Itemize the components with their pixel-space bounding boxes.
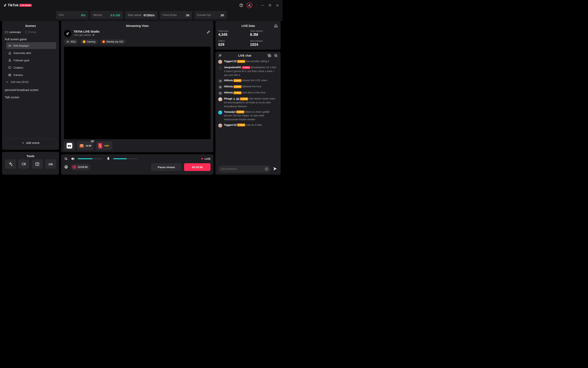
app-name: TikTok	[8, 3, 19, 7]
tool-camera-record[interactable]	[18, 159, 29, 169]
help-icon[interactable]	[239, 3, 243, 7]
live-stat: New follower1024	[250, 40, 278, 47]
chip-gaming[interactable]: + Gaming	[80, 39, 98, 44]
edit-stream-button[interactable]	[206, 30, 211, 34]
chat-avatar	[218, 66, 222, 70]
chat-username[interactable]: TomasIp3	[224, 110, 236, 113]
chat-text: Lets do it folks	[246, 124, 262, 126]
chat-input-field[interactable]	[221, 167, 265, 170]
chat-username[interactable]: Tagger118	[224, 60, 237, 63]
dell-display-icon	[8, 44, 11, 47]
scene-items: Dell Display2Subscribe alertFollower goa…	[6, 42, 56, 78]
stream-duration-button[interactable]: 00:34:55	[184, 163, 211, 171]
live-data-title: LIVE Data	[222, 24, 274, 28]
chat-avatar	[218, 110, 222, 115]
speaker-icon[interactable]	[71, 157, 75, 161]
scene-item-subscribe-alert[interactable]: Subscribe alert	[6, 49, 56, 56]
stat-label: CPU	[59, 14, 64, 17]
send-button[interactable]	[273, 166, 278, 171]
chip-viewers[interactable]: 452k	[64, 39, 78, 44]
speaker-slider[interactable]	[78, 158, 102, 159]
add-scene-button[interactable]: Add scene	[5, 139, 56, 147]
chat-username[interactable]: Tagger118	[224, 124, 237, 126]
camcorder-icon	[22, 162, 26, 166]
plus-badge-icon: +	[83, 40, 85, 43]
ticket-icon	[98, 143, 103, 149]
afk-badge: ✦ AFKE	[233, 91, 242, 94]
stat-value: 30	[221, 13, 224, 17]
chat-popout-icon[interactable]	[274, 54, 278, 57]
chat-message: Pihagii 🔒 🎁 ✦ AFKE Hah diesen Anker habe…	[218, 97, 278, 108]
chip-weekly-top[interactable]: Weekly top 100	[100, 39, 126, 44]
chat-message-list[interactable]: Tagger118 ✦ AFKE has actually calling it…	[215, 59, 280, 163]
chat-users-icon[interactable]	[218, 54, 222, 57]
tools-panel: Tools	[2, 152, 59, 175]
chat-username[interactable]: hilihula	[224, 79, 233, 82]
afk-badge: ✦ AFKE	[233, 79, 242, 82]
tab-landscape[interactable]: Landscape	[5, 31, 21, 34]
chat-input[interactable]	[218, 165, 271, 173]
video-preview[interactable]	[64, 47, 211, 139]
chat-username[interactable]: Pihagii	[224, 97, 232, 100]
live-stat-value: 1024	[250, 43, 278, 47]
emoji-icon[interactable]	[265, 167, 268, 171]
chat-message-body: hilihula ✦ AFKE shared the LIVE video	[224, 79, 267, 83]
minimize-button[interactable]	[261, 3, 265, 7]
profile-avatar[interactable]	[247, 2, 252, 8]
card-chest[interactable]: 14:59 12	[77, 141, 94, 150]
settings-button[interactable]	[64, 165, 68, 169]
sparkle-icon	[8, 162, 13, 166]
stat-value: 8%	[81, 13, 85, 17]
scene-item-chatbox[interactable]: Chatbox	[6, 64, 56, 71]
mic-slider[interactable]	[113, 158, 138, 159]
mic-icon[interactable]	[106, 157, 110, 161]
svg-point-42	[220, 86, 221, 87]
chat-message-body: TomasIp3 ✦ AFKE Wenn es Ihnen gefällt kö…	[224, 110, 278, 121]
fire-icon	[102, 40, 105, 43]
svg-point-26	[67, 41, 68, 42]
gamepad-icon	[66, 143, 72, 148]
verified-icon	[92, 34, 95, 36]
chat-message: TomasIp3 ✦ AFKE Wenn es Ihnen gefällt kö…	[218, 110, 278, 121]
chat-username[interactable]: hilihula	[224, 85, 233, 88]
chat-message: Jacqueline931 ✦ AFKG @rowdywrec for a fa…	[218, 65, 278, 77]
afk-badge: ✦ AFKG	[242, 66, 250, 69]
chat-message: Tagger118 ✦ AFKE Lets do it folks	[218, 123, 278, 128]
card-bonus[interactable]: +899	[96, 141, 112, 150]
scene-other-1[interactable]: personal broadcast screen	[5, 88, 56, 92]
tab-portrait[interactable]: Portrait	[25, 31, 37, 34]
scene-item-dell-display[interactable]: Dell Display2	[6, 42, 56, 49]
svg-point-11	[9, 75, 10, 76]
tool-game[interactable]	[45, 159, 56, 169]
chat-username[interactable]: Jacqueline931	[224, 66, 241, 69]
scene-group-title[interactable]: Full screen game	[5, 38, 56, 41]
chat-settings-icon[interactable]	[268, 54, 271, 57]
home-icon[interactable]	[274, 24, 278, 28]
mixer-settings-icon[interactable]	[64, 157, 68, 161]
pause-stream-button[interactable]: Pause stream	[151, 163, 182, 171]
scene-item-camera[interactable]: Camera	[6, 72, 56, 78]
afk-badge: ✦ AFKE	[233, 85, 242, 88]
tool-layouts[interactable]	[32, 159, 43, 169]
svg-point-8	[9, 59, 10, 61]
card-gamepad[interactable]	[64, 141, 75, 150]
svg-rect-41	[276, 55, 277, 57]
scene-other-2[interactable]: Talk screen	[5, 96, 56, 99]
live-stat: Gifters629	[218, 40, 246, 47]
scene-item-label: Follower goal	[13, 59, 29, 62]
gift-badge: 🎁	[236, 98, 239, 100]
orientation-tabs: Landscape Portrait	[5, 30, 56, 34]
chat-message-body: Jacqueline931 ✦ AFKG @rowdywrec for a fa…	[224, 65, 278, 77]
right-column: LIVE Data Diamonds4,345Total viewers8.3M…	[215, 21, 280, 175]
chat-message: hilihula ✦ AFKE shared the LIVE video	[218, 79, 278, 83]
live-label: LIVE	[205, 157, 211, 160]
add-new-source[interactable]: Add new (5/10)	[5, 78, 56, 85]
scene-item-follower-goal[interactable]: Follower goal	[6, 57, 56, 64]
recording-pill[interactable]: 13:23:24	[71, 164, 90, 170]
close-button[interactable]	[275, 3, 279, 7]
maximize-button[interactable]	[268, 3, 272, 7]
chat-username[interactable]: hilihula	[224, 91, 233, 94]
chat-header: LIVE chat	[215, 52, 280, 59]
live-stat: Diamonds4,345	[218, 30, 246, 37]
tool-effects[interactable]	[5, 159, 16, 169]
